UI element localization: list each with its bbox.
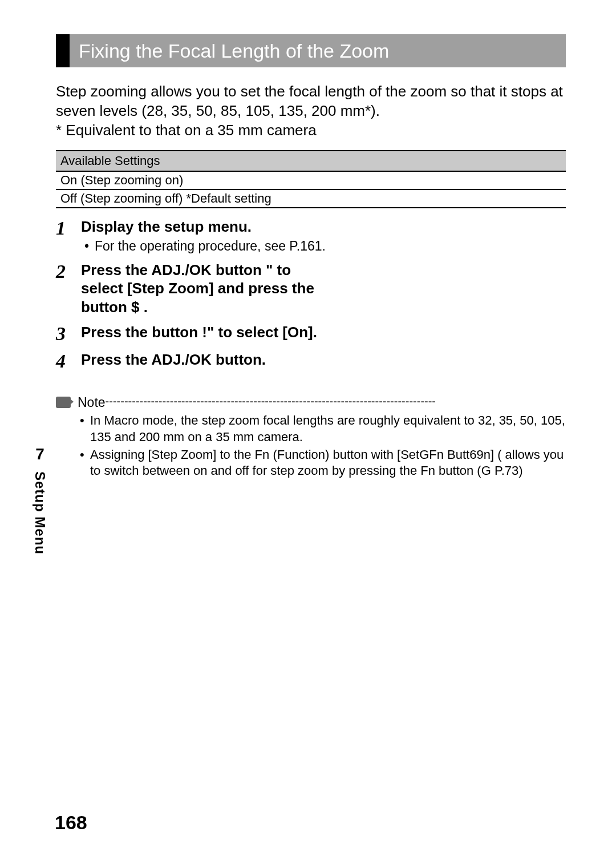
title-block-icon (56, 34, 70, 67)
settings-row: On (Step zooming on) (56, 171, 566, 189)
note-icon (56, 397, 71, 408)
step-body: Press the button !" to select [On]. (81, 323, 566, 344)
step: 1 Display the setup menu. For the operat… (56, 217, 566, 254)
intro-text: Step zooming allows you to set the focal… (56, 82, 566, 140)
chapter-number: 7 (32, 445, 48, 463)
section-title-bar: Fixing the Focal Length of the Zoom (56, 34, 566, 67)
step-number: 3 (56, 323, 81, 344)
note-header-row: Note -----------------------------------… (56, 395, 566, 410)
page: Fixing the Focal Length of the Zoom Step… (0, 0, 616, 868)
step: 4 Press the ADJ./OK button. (56, 350, 566, 371)
note-item: Assigning [Step Zoom] to the Fn (Functio… (78, 447, 566, 479)
note-label: Note (78, 395, 106, 410)
step-title: Press the button !" to select [On]. (81, 323, 326, 342)
intro-footnote: * Equivalent to that on a 35 mm camera (56, 121, 566, 140)
step-title: Press the ADJ./OK button. (81, 350, 566, 369)
section-name-vertical: Setup Menu (32, 471, 48, 555)
step-title: Press the ADJ./OK button " to select [St… (81, 261, 326, 317)
settings-header: Available Settings (56, 151, 566, 171)
step-body: Display the setup menu. For the operatin… (81, 217, 566, 254)
step-sub: For the operating procedure, see P.161. (81, 239, 566, 254)
note-item: In Macro mode, the step zoom focal lengt… (78, 413, 566, 445)
side-tab: 7 Setup Menu (32, 445, 48, 555)
step: 2 Press the ADJ./OK button " to select [… (56, 261, 566, 317)
page-number: 168 (55, 812, 87, 834)
settings-row: Off (Step zooming off) *Default setting (56, 189, 566, 208)
step-number: 4 (56, 350, 81, 371)
section-title: Fixing the Focal Length of the Zoom (79, 40, 389, 62)
step-number: 2 (56, 261, 81, 317)
note-list: In Macro mode, the step zoom focal lengt… (78, 413, 566, 479)
content-area: Fixing the Focal Length of the Zoom Step… (56, 34, 566, 479)
step: 3 Press the button !" to select [On]. (56, 323, 566, 344)
steps-list: 1 Display the setup menu. For the operat… (56, 217, 566, 371)
intro-line: Step zooming allows you to set the focal… (56, 82, 566, 121)
step-body: Press the ADJ./OK button " to select [St… (81, 261, 566, 317)
step-body: Press the ADJ./OK button. (81, 350, 566, 371)
note-dashes: ----------------------------------------… (106, 395, 436, 410)
settings-table: Available Settings On (Step zooming on) … (56, 150, 566, 208)
step-title: Display the setup menu. (81, 217, 566, 236)
step-number: 1 (56, 217, 81, 254)
